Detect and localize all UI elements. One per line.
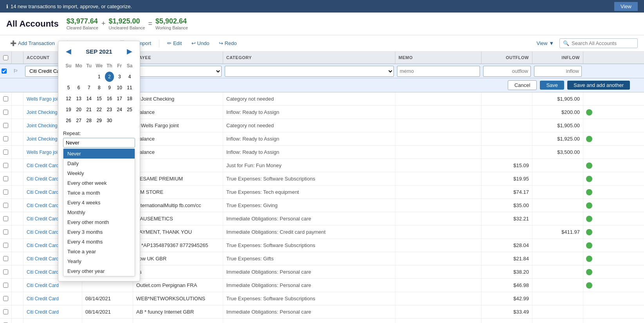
row-checkbox[interactable] bbox=[3, 150, 8, 155]
calendar-day[interactable]: 17 bbox=[115, 94, 124, 104]
calendar-day[interactable]: 26 bbox=[64, 115, 73, 126]
cleared-indicator[interactable] bbox=[586, 202, 592, 209]
row-checkbox[interactable] bbox=[3, 229, 8, 235]
calendar-day[interactable]: 6 bbox=[74, 83, 83, 93]
calendar-day[interactable]: 15 bbox=[94, 94, 104, 104]
cleared-indicator[interactable] bbox=[586, 162, 592, 169]
row-checkbox[interactable] bbox=[3, 256, 8, 261]
calendar-day[interactable]: 29 bbox=[94, 115, 104, 126]
edit-category-cell[interactable] bbox=[223, 64, 395, 78]
repeat-option[interactable]: Daily bbox=[63, 159, 135, 168]
edit-memo-cell[interactable] bbox=[395, 64, 482, 78]
calendar-day[interactable]: 8 bbox=[94, 83, 104, 93]
calendar-day[interactable]: 7 bbox=[84, 83, 94, 93]
calendar-day[interactable]: 16 bbox=[105, 94, 114, 104]
calendar-day[interactable]: 12 bbox=[64, 94, 73, 104]
calendar-day[interactable]: 21 bbox=[84, 105, 94, 115]
calendar-day[interactable]: 30 bbox=[105, 115, 114, 126]
inflow-input[interactable] bbox=[534, 66, 582, 77]
cleared-indicator[interactable] bbox=[586, 216, 592, 222]
row-checkbox[interactable] bbox=[3, 269, 8, 274]
calendar-day[interactable]: 14 bbox=[84, 94, 94, 104]
notification-view-button[interactable]: View bbox=[614, 2, 638, 11]
calendar-day[interactable]: 11 bbox=[125, 83, 134, 93]
calendar-day[interactable]: 27 bbox=[74, 115, 83, 126]
add-transaction-button[interactable]: ➕ Add Transaction bbox=[6, 38, 59, 48]
repeat-option[interactable]: Yearly bbox=[63, 256, 135, 266]
calendar-day[interactable]: 25 bbox=[125, 105, 134, 115]
calendar-day[interactable]: 5 bbox=[64, 83, 73, 93]
search-input[interactable] bbox=[572, 40, 634, 46]
view-button[interactable]: View ▼ bbox=[533, 38, 558, 48]
cleared-indicator[interactable] bbox=[586, 256, 592, 262]
calendar-day[interactable]: 20 bbox=[74, 105, 83, 115]
table-row[interactable]: Citi Credit Card08/14/2021AB * fuuncy In… bbox=[0, 305, 644, 319]
cancel-button[interactable]: Cancel bbox=[508, 80, 537, 90]
outflow-input[interactable] bbox=[483, 66, 531, 77]
category-select[interactable] bbox=[225, 66, 394, 77]
payee-select[interactable] bbox=[135, 66, 222, 77]
row-checkbox[interactable] bbox=[3, 309, 8, 314]
repeat-option[interactable]: Every other week bbox=[63, 178, 135, 188]
edit-button[interactable]: ✏ Edit bbox=[163, 38, 186, 48]
repeat-option[interactable]: Monthly bbox=[63, 208, 135, 217]
row-checkbox[interactable] bbox=[3, 243, 8, 248]
cleared-indicator[interactable] bbox=[586, 136, 592, 142]
calendar-next-button[interactable]: ▶ bbox=[124, 46, 135, 57]
row-checkbox[interactable] bbox=[3, 110, 8, 115]
cleared-indicator[interactable] bbox=[586, 109, 592, 115]
repeat-option[interactable]: Every 3 months bbox=[63, 227, 135, 237]
table-row[interactable]: Citi Credit Card08/13/2021LUXURY LAW* (1… bbox=[0, 319, 644, 323]
repeat-option[interactable]: Weekly bbox=[63, 168, 135, 178]
calendar-day[interactable]: 4 bbox=[125, 72, 134, 82]
row-checkbox[interactable] bbox=[3, 123, 8, 128]
repeat-option[interactable]: Twice a month bbox=[63, 188, 135, 198]
repeat-option[interactable]: Never bbox=[63, 149, 135, 159]
cleared-indicator[interactable] bbox=[586, 282, 592, 289]
calendar-day[interactable]: 3 bbox=[115, 72, 124, 82]
calendar-day[interactable]: 19 bbox=[64, 105, 73, 115]
save-button[interactable]: Save bbox=[540, 81, 564, 90]
calendar-day[interactable]: 23 bbox=[105, 105, 114, 115]
cleared-indicator[interactable] bbox=[586, 242, 592, 249]
cleared-indicator[interactable] bbox=[586, 189, 592, 195]
table-row[interactable]: Citi Credit Card08/14/2021WEB*NETWORKSOL… bbox=[0, 292, 644, 305]
calendar-day[interactable]: 10 bbox=[115, 83, 124, 93]
repeat-option[interactable]: Every 4 weeks bbox=[63, 198, 135, 208]
row-checkbox[interactable] bbox=[3, 96, 8, 101]
repeat-option[interactable]: Every other month bbox=[63, 217, 135, 227]
save-and-add-button[interactable]: Save and add another bbox=[567, 81, 630, 90]
calendar-day[interactable]: 22 bbox=[94, 105, 104, 115]
cleared-indicator[interactable] bbox=[586, 176, 592, 182]
row-checkbox[interactable] bbox=[3, 283, 8, 288]
cleared-indicator[interactable] bbox=[586, 269, 592, 275]
row-checkbox[interactable] bbox=[3, 216, 8, 221]
row-checkbox[interactable] bbox=[3, 189, 8, 195]
calendar-prev-button[interactable]: ◀ bbox=[63, 46, 74, 57]
row-checkbox[interactable] bbox=[3, 203, 8, 208]
cleared-indicator[interactable] bbox=[586, 229, 592, 235]
calendar-day[interactable]: 1 bbox=[94, 72, 104, 82]
row-checkbox[interactable] bbox=[3, 176, 8, 181]
repeat-option[interactable]: Every other year bbox=[63, 266, 135, 276]
calendar-day[interactable]: 18 bbox=[125, 94, 134, 104]
memo-input[interactable] bbox=[397, 66, 480, 77]
edit-row-checkbox[interactable] bbox=[2, 69, 7, 74]
calendar-day[interactable]: 24 bbox=[115, 105, 124, 115]
calendar-day[interactable]: 28 bbox=[84, 115, 94, 126]
edit-outflow-cell[interactable] bbox=[482, 64, 532, 78]
edit-payee-cell[interactable] bbox=[133, 64, 223, 78]
redo-button[interactable]: ↪ Redo bbox=[215, 38, 241, 48]
row-checkbox[interactable] bbox=[3, 296, 8, 301]
row-checkbox[interactable] bbox=[3, 136, 8, 141]
row-checkbox[interactable] bbox=[3, 163, 8, 168]
calendar-day[interactable]: 2 bbox=[105, 72, 114, 82]
edit-inflow-cell[interactable] bbox=[532, 64, 583, 78]
repeat-option[interactable]: Twice a year bbox=[63, 247, 135, 256]
calendar-day[interactable]: 13 bbox=[74, 94, 83, 104]
undo-button[interactable]: ↩ Undo bbox=[188, 38, 213, 48]
repeat-select[interactable]: Never bbox=[63, 138, 135, 148]
calendar-day[interactable]: 9 bbox=[105, 83, 114, 93]
select-all-checkbox[interactable] bbox=[3, 55, 8, 60]
search-box[interactable]: 🔍 bbox=[559, 38, 638, 48]
